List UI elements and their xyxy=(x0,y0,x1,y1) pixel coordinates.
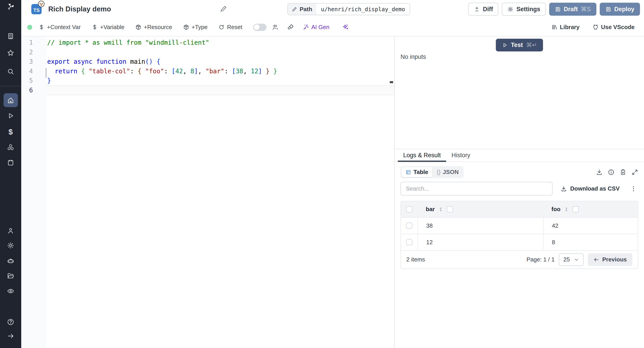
row-checkbox[interactable] xyxy=(406,239,412,245)
no-inputs-label: No inputs xyxy=(400,54,426,60)
code-token xyxy=(47,68,55,75)
favorites-star-icon[interactable] xyxy=(0,49,21,56)
code-line[interactable]: // import * as wmill from "windmill-clie… xyxy=(46,38,394,48)
audit-eye-icon[interactable] xyxy=(0,288,21,295)
workers-robot-icon[interactable] xyxy=(0,257,21,264)
test-button[interactable]: Test ⌘↵ xyxy=(496,39,543,52)
download-icon xyxy=(560,186,567,192)
code-token: , xyxy=(183,68,190,75)
code-token: , xyxy=(243,68,251,75)
reset-button[interactable]: Reset xyxy=(218,24,242,31)
code-token: () { xyxy=(145,58,160,65)
code-line[interactable]: export async function main() { xyxy=(46,57,394,67)
download-result-icon[interactable] xyxy=(596,169,603,176)
code-token: } xyxy=(274,68,277,75)
add-resource-button[interactable]: +Resource xyxy=(135,24,172,31)
previous-page-button[interactable]: Previous xyxy=(588,254,632,266)
view-json-button[interactable]: {} JSON xyxy=(433,167,463,177)
arrow-left-icon xyxy=(594,257,599,262)
top-header: TS Rich Display demo Path u/henri/rich_d… xyxy=(21,0,644,18)
expand-sidebar-arrow-icon[interactable] xyxy=(0,332,21,340)
copy-clipboard-icon[interactable] xyxy=(620,169,626,176)
editor-gutter: 123456 xyxy=(21,36,46,348)
line-number: 5 xyxy=(21,76,46,86)
status-dot xyxy=(27,25,32,30)
package-icon xyxy=(183,24,189,30)
variables-dollar-icon[interactable]: $ xyxy=(0,128,21,136)
schedules-calendar-icon[interactable] xyxy=(0,159,21,166)
ai-gen-button[interactable]: AI Gen xyxy=(303,24,330,31)
settings-button[interactable]: Settings xyxy=(502,3,546,16)
settings-gear-icon[interactable] xyxy=(0,242,21,249)
folders-icon[interactable] xyxy=(0,272,21,280)
download-csv-button[interactable]: Download as CSV xyxy=(560,185,620,192)
sparkles-icon[interactable] xyxy=(342,24,348,30)
row-checkbox[interactable] xyxy=(406,222,412,229)
code-token: , xyxy=(198,68,206,75)
sort-icon[interactable] xyxy=(438,207,443,212)
use-vscode-button[interactable]: Use VScode xyxy=(592,24,634,31)
view-toggle: Table {} JSON xyxy=(400,166,464,178)
deploy-button[interactable]: Deploy xyxy=(600,3,640,16)
code-lines: // import * as wmill from "windmill-clie… xyxy=(46,36,394,95)
format-brush-icon[interactable] xyxy=(287,24,294,30)
path-button[interactable]: Path u/henri/rich_display_demo xyxy=(287,3,410,15)
tab-logs-result[interactable]: Logs & Result xyxy=(398,149,446,162)
table-cell: 38 xyxy=(418,218,543,234)
tab-history[interactable]: History xyxy=(446,149,476,162)
add-type-button[interactable]: +Type xyxy=(183,24,208,31)
code-token: : xyxy=(130,68,138,75)
diff-button[interactable]: Diff xyxy=(468,3,498,16)
draft-button[interactable]: Draft ⌘S xyxy=(549,3,596,16)
sidebar-item-home-active[interactable] xyxy=(4,93,18,107)
line-number: 4 xyxy=(21,67,46,76)
code-line[interactable]: } xyxy=(46,76,394,86)
view-table-button[interactable]: Table xyxy=(402,167,432,177)
windmill-logo-icon[interactable] xyxy=(0,3,21,10)
user-icon[interactable] xyxy=(0,227,21,234)
edit-summary-pencil-icon[interactable] xyxy=(220,5,227,13)
curly-braces-icon: {} xyxy=(437,169,440,176)
code-line[interactable] xyxy=(46,86,394,95)
info-icon[interactable] xyxy=(608,169,614,176)
column-toggle-checkbox[interactable] xyxy=(572,206,579,212)
play-icon xyxy=(502,42,508,48)
add-variable-button[interactable]: +Variable xyxy=(92,24,124,31)
code-token: [ xyxy=(232,68,236,75)
multiplayer-toggle[interactable] xyxy=(253,24,266,31)
runs-play-icon[interactable] xyxy=(0,112,21,120)
code-token: main xyxy=(130,58,145,65)
table-grid-icon xyxy=(406,169,411,175)
search-icon[interactable] xyxy=(0,68,21,75)
line-number: 1 xyxy=(21,38,46,48)
column-toggle-checkbox[interactable] xyxy=(447,206,453,212)
emoji-icon xyxy=(38,1,44,7)
code-token: return xyxy=(55,68,77,75)
results-body: Table {} JSON xyxy=(395,162,644,269)
more-options-kebab-icon[interactable] xyxy=(630,186,637,192)
search-input[interactable] xyxy=(400,182,552,196)
multiplayer-users-icon[interactable] xyxy=(272,24,278,30)
code-token: "bar" xyxy=(206,68,224,75)
run-result-panel: Test ⌘↵ No inputs Logs & Result History xyxy=(394,36,644,348)
code-token: : xyxy=(164,68,172,75)
code-token: [ xyxy=(172,68,175,75)
save-icon xyxy=(605,6,611,12)
expand-fullscreen-icon[interactable] xyxy=(632,169,638,176)
page-indicator: Page: 1 / 1 xyxy=(526,256,554,263)
results-tabs: Logs & Result History xyxy=(395,149,644,162)
resources-cubes-icon[interactable] xyxy=(0,144,21,151)
code-token: { xyxy=(138,68,142,75)
page-size-select[interactable]: 25 xyxy=(559,254,584,266)
column-header-bar: bar xyxy=(418,206,543,213)
select-all-checkbox[interactable] xyxy=(406,206,412,212)
workspace-building-icon[interactable] xyxy=(0,32,21,40)
help-icon[interactable] xyxy=(0,318,21,326)
code-line[interactable]: return { "table-col": { "foo": [42, 8], … xyxy=(46,67,394,76)
code-line[interactable] xyxy=(46,48,394,57)
code-token xyxy=(262,68,266,75)
add-context-var-button[interactable]: +Context Var xyxy=(38,24,81,31)
code-editor[interactable]: 123456 // import * as wmill from "windmi… xyxy=(21,36,394,348)
library-button[interactable]: Library xyxy=(552,24,580,31)
sort-icon[interactable] xyxy=(564,207,569,212)
